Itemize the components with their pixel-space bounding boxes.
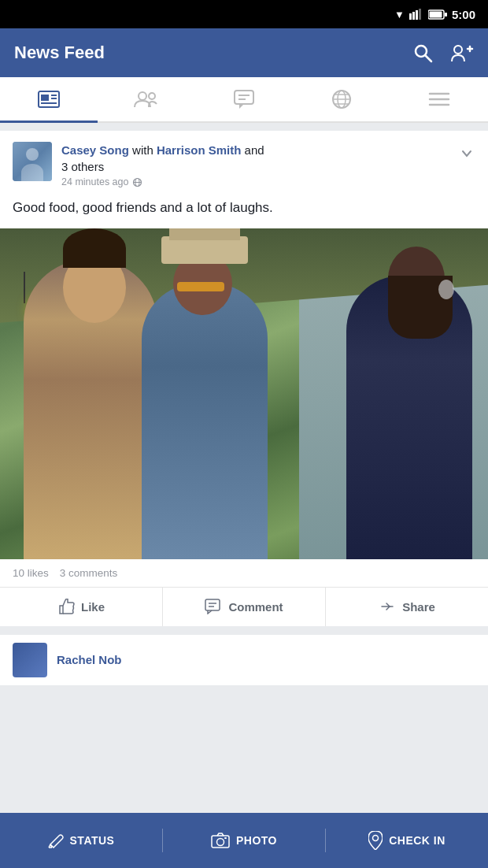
app-header: News Feed (0, 28, 488, 77)
svg-point-18 (149, 93, 155, 99)
next-post-preview[interactable]: Rachel Nob (0, 635, 488, 685)
likes-count[interactable]: 10 likes (13, 567, 49, 579)
header-icons (412, 43, 474, 63)
svg-rect-6 (429, 11, 442, 17)
post-with-text: with (132, 143, 153, 157)
menu-tab-icon (428, 91, 450, 108)
like-button[interactable]: Like (0, 588, 163, 626)
post-others-text: 3 others (61, 160, 104, 173)
post-author-name[interactable]: Casey Song (61, 143, 129, 157)
post-image[interactable] (0, 228, 488, 559)
svg-point-40 (216, 839, 224, 846)
globe-tab-icon (331, 88, 353, 110)
svg-point-9 (454, 46, 462, 54)
post-and-text: and (245, 143, 264, 157)
signal-icon (409, 9, 423, 20)
status-label: STATUS (70, 834, 115, 847)
tab-messages[interactable] (195, 77, 293, 121)
svg-rect-2 (416, 10, 418, 20)
share-label: Share (402, 600, 435, 614)
svg-rect-5 (445, 13, 447, 17)
comments-count[interactable]: 3 comments (60, 567, 118, 579)
location-icon (368, 831, 383, 850)
globe-small-icon (132, 177, 142, 187)
svg-rect-1 (412, 12, 415, 20)
tab-news-feed[interactable] (0, 77, 98, 121)
tab-menu[interactable] (390, 77, 488, 121)
post-text: Good food, good friends and a lot of lau… (0, 195, 488, 228)
wifi-icon: ▼ (394, 9, 405, 20)
reactions-bar: 10 likes 3 comments (0, 559, 488, 588)
bottom-bar: STATUS PHOTO CHECK IN (0, 813, 488, 868)
tab-friends[interactable] (98, 77, 195, 121)
messages-tab-icon (233, 89, 255, 109)
news-feed-tab-icon (37, 90, 61, 109)
comment-icon (205, 599, 222, 614)
share-icon (379, 599, 396, 614)
post-author-avatar[interactable] (13, 142, 52, 181)
svg-rect-41 (224, 837, 227, 839)
post-card: Casey Song with Harrison Smith and 3 oth… (0, 131, 488, 627)
tab-globe[interactable] (293, 77, 390, 121)
friends-tab-icon (133, 90, 160, 109)
svg-point-17 (139, 92, 146, 100)
status-action[interactable]: STATUS (0, 813, 162, 868)
photo-action[interactable]: PHOTO (163, 813, 325, 868)
svg-rect-33 (205, 599, 220, 610)
next-post-avatar (13, 643, 47, 677)
post-dropdown-button[interactable] (458, 142, 475, 165)
status-time: 5:00 (452, 8, 475, 21)
like-label: Like (81, 600, 105, 614)
like-icon (57, 599, 75, 614)
svg-rect-13 (41, 95, 49, 101)
status-icons: ▼ 5:00 (394, 8, 475, 21)
svg-rect-3 (419, 9, 421, 20)
svg-point-42 (373, 836, 379, 841)
photo-label: PHOTO (236, 834, 277, 847)
post-time: 24 minutes ago (61, 176, 458, 187)
status-bar: ▼ 5:00 (0, 0, 488, 28)
share-button[interactable]: Share (326, 588, 488, 626)
action-buttons: Like Comment Share (0, 588, 488, 627)
svg-rect-0 (409, 13, 412, 20)
search-icon[interactable] (412, 43, 433, 63)
camera-icon (211, 833, 230, 848)
nav-tabs (0, 77, 488, 123)
check-in-action[interactable]: CHECK IN (326, 813, 488, 868)
app-title: News Feed (14, 43, 412, 63)
friend-requests-icon[interactable] (450, 43, 474, 63)
comment-label: Comment (228, 600, 283, 614)
post-header: Casey Song with Harrison Smith and 3 oth… (0, 131, 488, 195)
post-author-info: Casey Song with Harrison Smith and 3 oth… (61, 142, 458, 175)
svg-line-8 (426, 56, 432, 62)
feed: Casey Song with Harrison Smith and 3 oth… (0, 123, 488, 685)
battery-icon (428, 9, 447, 20)
pencil-icon (48, 833, 64, 848)
svg-rect-19 (235, 91, 253, 104)
post-meta: Casey Song with Harrison Smith and 3 oth… (61, 142, 458, 187)
check-in-label: CHECK IN (389, 834, 445, 847)
next-post-author: Rachel Nob (57, 653, 122, 666)
comment-button[interactable]: Comment (163, 588, 326, 626)
post-tagged-name[interactable]: Harrison Smith (157, 143, 242, 157)
post-time-text: 24 minutes ago (61, 176, 128, 187)
